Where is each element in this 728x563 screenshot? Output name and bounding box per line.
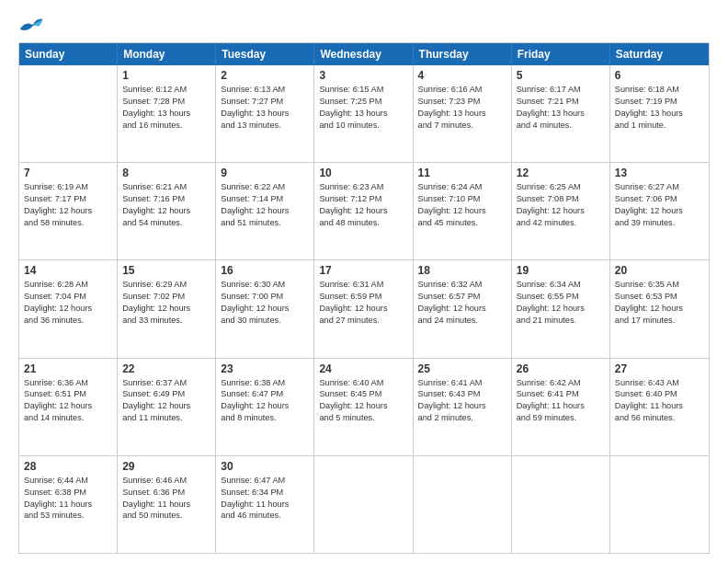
cell-info-line: and 33 minutes. bbox=[122, 315, 210, 327]
calendar-cell-empty bbox=[512, 456, 610, 553]
calendar-cell-day-27: 27Sunrise: 6:43 AMSunset: 6:40 PMDayligh… bbox=[610, 359, 709, 455]
calendar-cell-day-12: 12Sunrise: 6:25 AMSunset: 7:08 PMDayligh… bbox=[512, 163, 610, 259]
day-number: 9 bbox=[221, 167, 309, 179]
calendar-cell-empty bbox=[19, 65, 118, 162]
day-number: 8 bbox=[122, 167, 210, 179]
cell-info-line: Sunset: 6:36 PM bbox=[122, 487, 210, 499]
cell-info-line: Daylight: 11 hours bbox=[517, 400, 605, 412]
cell-info-line: Sunset: 7:23 PM bbox=[418, 96, 506, 108]
cell-info-line: Sunset: 6:59 PM bbox=[319, 291, 407, 303]
cell-info-line: Sunset: 7:28 PM bbox=[122, 96, 210, 108]
cell-info-line: Sunrise: 6:31 AM bbox=[319, 279, 407, 291]
weekday-header-saturday: Saturday bbox=[610, 43, 709, 65]
cell-info-line: Daylight: 13 hours bbox=[418, 108, 506, 120]
logo bbox=[18, 15, 46, 35]
cell-info-line: Daylight: 12 hours bbox=[24, 303, 112, 315]
cell-info-line: and 36 minutes. bbox=[24, 315, 112, 327]
cell-info-line: Daylight: 11 hours bbox=[24, 499, 112, 511]
calendar-cell-day-10: 10Sunrise: 6:23 AMSunset: 7:12 PMDayligh… bbox=[314, 163, 413, 259]
day-number: 30 bbox=[221, 460, 309, 473]
cell-info-line: Sunset: 7:10 PM bbox=[418, 193, 506, 205]
day-number: 25 bbox=[418, 362, 506, 375]
cell-info-line: Daylight: 12 hours bbox=[319, 400, 407, 412]
day-number: 21 bbox=[24, 362, 112, 375]
cell-info-line: and 5 minutes. bbox=[319, 412, 407, 424]
cell-info-line: Sunset: 6:51 PM bbox=[24, 388, 112, 400]
cell-info-line: Daylight: 12 hours bbox=[319, 205, 407, 217]
cell-info-line: Sunrise: 6:47 AM bbox=[221, 475, 309, 487]
cell-info-line: and 42 minutes. bbox=[517, 217, 605, 229]
cell-info-line: Sunset: 7:16 PM bbox=[122, 193, 210, 205]
cell-info-line: Daylight: 12 hours bbox=[319, 303, 407, 315]
cell-info-line: Sunset: 7:27 PM bbox=[221, 96, 309, 108]
calendar-cell-day-21: 21Sunrise: 6:36 AMSunset: 6:51 PMDayligh… bbox=[19, 359, 118, 455]
calendar-cell-day-30: 30Sunrise: 6:47 AMSunset: 6:34 PMDayligh… bbox=[216, 456, 314, 553]
cell-info-line: Sunrise: 6:24 AM bbox=[418, 181, 506, 193]
calendar-cell-day-13: 13Sunrise: 6:27 AMSunset: 7:06 PMDayligh… bbox=[610, 163, 709, 259]
calendar-cell-day-4: 4Sunrise: 6:16 AMSunset: 7:23 PMDaylight… bbox=[414, 65, 512, 162]
cell-info-line: Sunset: 7:04 PM bbox=[24, 291, 112, 303]
calendar-cell-day-3: 3Sunrise: 6:15 AMSunset: 7:25 PMDaylight… bbox=[314, 65, 413, 162]
cell-info-line: and 13 minutes. bbox=[221, 120, 309, 132]
cell-info-line: Sunrise: 6:43 AM bbox=[615, 377, 704, 389]
cell-info-line: and 10 minutes. bbox=[319, 120, 407, 132]
cell-info-line: Sunrise: 6:13 AM bbox=[221, 84, 309, 96]
cell-info-line: Daylight: 12 hours bbox=[418, 400, 506, 412]
calendar-cell-day-18: 18Sunrise: 6:32 AMSunset: 6:57 PMDayligh… bbox=[414, 260, 512, 357]
cell-info-line: Daylight: 12 hours bbox=[24, 205, 112, 217]
day-number: 13 bbox=[615, 167, 704, 179]
cell-info-line: Sunset: 6:47 PM bbox=[221, 388, 309, 400]
calendar-cell-day-5: 5Sunrise: 6:17 AMSunset: 7:21 PMDaylight… bbox=[512, 65, 610, 162]
cell-info-line: Sunrise: 6:22 AM bbox=[221, 181, 309, 193]
calendar-cell-day-19: 19Sunrise: 6:34 AMSunset: 6:55 PMDayligh… bbox=[512, 260, 610, 357]
cell-info-line: Sunrise: 6:21 AM bbox=[122, 181, 210, 193]
cell-info-line: Sunset: 7:02 PM bbox=[122, 291, 210, 303]
cell-info-line: Sunrise: 6:42 AM bbox=[517, 377, 605, 389]
calendar-cell-day-20: 20Sunrise: 6:35 AMSunset: 6:53 PMDayligh… bbox=[610, 260, 709, 357]
calendar-header: SundayMondayTuesdayWednesdayThursdayFrid… bbox=[19, 43, 709, 65]
cell-info-line: Sunset: 6:53 PM bbox=[615, 291, 704, 303]
calendar-cell-empty bbox=[414, 456, 512, 553]
day-number: 12 bbox=[517, 167, 605, 179]
day-number: 26 bbox=[517, 362, 605, 375]
calendar-cell-day-26: 26Sunrise: 6:42 AMSunset: 6:41 PMDayligh… bbox=[512, 359, 610, 455]
cell-info-line: and 58 minutes. bbox=[24, 217, 112, 229]
cell-info-line: and 53 minutes. bbox=[24, 510, 112, 522]
cell-info-line: Sunset: 6:49 PM bbox=[122, 388, 210, 400]
day-number: 27 bbox=[615, 362, 704, 375]
cell-info-line: Daylight: 12 hours bbox=[517, 303, 605, 315]
cell-info-line: Daylight: 13 hours bbox=[615, 108, 704, 120]
cell-info-line: Sunset: 6:38 PM bbox=[24, 487, 112, 499]
page: SundayMondayTuesdayWednesdayThursdayFrid… bbox=[0, 0, 728, 563]
cell-info-line: Daylight: 11 hours bbox=[615, 400, 704, 412]
day-number: 2 bbox=[221, 69, 309, 82]
cell-info-line: and 2 minutes. bbox=[418, 412, 506, 424]
cell-info-line: Daylight: 12 hours bbox=[418, 303, 506, 315]
cell-info-line: Sunrise: 6:30 AM bbox=[221, 279, 309, 291]
cell-info-line: Daylight: 12 hours bbox=[221, 303, 309, 315]
calendar-row-3: 14Sunrise: 6:28 AMSunset: 7:04 PMDayligh… bbox=[19, 259, 709, 357]
calendar-cell-day-14: 14Sunrise: 6:28 AMSunset: 7:04 PMDayligh… bbox=[19, 260, 118, 357]
cell-info-line: and 21 minutes. bbox=[517, 315, 605, 327]
cell-info-line: Sunset: 6:55 PM bbox=[517, 291, 605, 303]
cell-info-line: and 48 minutes. bbox=[319, 217, 407, 229]
weekday-header-sunday: Sunday bbox=[19, 43, 118, 65]
cell-info-line: Sunrise: 6:34 AM bbox=[517, 279, 605, 291]
calendar-row-4: 21Sunrise: 6:36 AMSunset: 6:51 PMDayligh… bbox=[19, 358, 709, 455]
weekday-header-thursday: Thursday bbox=[414, 43, 512, 65]
cell-info-line: Daylight: 13 hours bbox=[122, 108, 210, 120]
cell-info-line: Sunrise: 6:35 AM bbox=[615, 279, 704, 291]
cell-info-line: Daylight: 12 hours bbox=[517, 205, 605, 217]
day-number: 14 bbox=[24, 264, 112, 277]
calendar-cell-day-1: 1Sunrise: 6:12 AMSunset: 7:28 PMDaylight… bbox=[118, 65, 216, 162]
calendar-body: 1Sunrise: 6:12 AMSunset: 7:28 PMDaylight… bbox=[19, 65, 709, 553]
cell-info-line: Sunrise: 6:18 AM bbox=[615, 84, 704, 96]
day-number: 22 bbox=[122, 362, 210, 375]
calendar-cell-day-29: 29Sunrise: 6:46 AMSunset: 6:36 PMDayligh… bbox=[118, 456, 216, 553]
cell-info-line: and 1 minute. bbox=[615, 120, 704, 132]
cell-info-line: Sunrise: 6:46 AM bbox=[122, 475, 210, 487]
cell-info-line: Sunset: 7:06 PM bbox=[615, 193, 704, 205]
cell-info-line: Sunset: 7:12 PM bbox=[319, 193, 407, 205]
cell-info-line: Daylight: 11 hours bbox=[122, 499, 210, 511]
cell-info-line: Sunrise: 6:32 AM bbox=[418, 279, 506, 291]
